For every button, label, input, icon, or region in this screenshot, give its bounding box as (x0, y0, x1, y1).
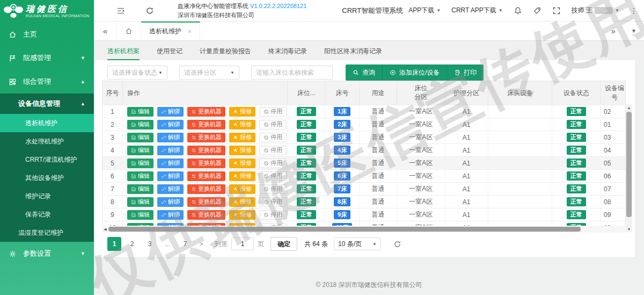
zone-select[interactable]: 请选择分区 ▼ (179, 66, 239, 80)
horizontal-scrollbar[interactable]: ◀ (102, 226, 626, 233)
table-row[interactable]: 8 编辑 解绑 更换机器 报修 停用 正常 8床 普通 一室A区 A1 正常 0… (103, 195, 625, 208)
replace-machine-button[interactable]: 更换机器 (187, 184, 225, 194)
disable-button[interactable]: 停用 (259, 210, 287, 220)
vertical-scrollbar[interactable]: ▲ ▼ (626, 104, 632, 232)
goto-page-input[interactable] (231, 238, 254, 250)
crrt-app-download-menu[interactable]: CRRT APP下载 ▼ (451, 6, 503, 15)
edit-button[interactable]: 编辑 (127, 184, 153, 194)
report-repair-button[interactable]: 报修 (229, 184, 255, 194)
disable-button[interactable]: 停用 (259, 120, 287, 129)
table-row[interactable]: 2 编辑 解绑 更换机器 报修 停用 正常 2床 普通 一室A区 A1 正常 0… (103, 118, 625, 131)
report-repair-button[interactable]: 报修 (229, 159, 255, 168)
unbind-button[interactable]: 解绑 (157, 210, 184, 220)
next-page-button[interactable]: > (196, 240, 207, 248)
replace-machine-button[interactable]: 更换机器 (187, 133, 225, 142)
horizontal-scroll-thumb[interactable] (108, 227, 581, 232)
bell-icon[interactable] (514, 6, 522, 15)
edit-button[interactable]: 编辑 (127, 159, 153, 168)
report-repair-button[interactable]: 报修 (229, 171, 255, 181)
subtab-usage-register[interactable]: 使用登记 (157, 48, 182, 60)
unbind-button[interactable]: 解绑 (157, 171, 184, 181)
close-icon[interactable]: × (188, 28, 192, 35)
replace-machine-button[interactable]: 更换机器 (187, 146, 225, 155)
subtab-terminal-disinfection[interactable]: 终末消毒记录 (268, 48, 307, 60)
replace-machine-button[interactable]: 更换机器 (187, 197, 225, 207)
unbind-button[interactable]: 解绑 (157, 197, 184, 207)
sidebar-item-humidity-register[interactable]: 温湿度登记维护 (0, 224, 94, 242)
subtab-quality-calibration-report[interactable]: 计量质量校验报告 (200, 48, 251, 60)
sidebar-item-upkeep-records[interactable]: 保养记录 (0, 205, 94, 224)
disable-button[interactable]: 停用 (259, 159, 287, 168)
table-row[interactable]: 9 编辑 解绑 更换机器 报修 停用 正常 9床 普通 一室A区 A1 正常 0… (103, 208, 625, 221)
replace-machine-button[interactable]: 更换机器 (187, 107, 225, 117)
unbind-button[interactable]: 解绑 (157, 146, 184, 155)
confirm-button[interactable]: 确定 (270, 237, 297, 251)
scroll-left-arrow[interactable]: ◀ (102, 227, 108, 232)
table-row[interactable]: 4 编辑 解绑 更换机器 报修 停用 正常 4床 普通 一室A区 A1 正常 0… (103, 143, 625, 156)
report-repair-button[interactable]: 报修 (229, 197, 255, 207)
sidebar-item-maintenance-records[interactable]: 维护记录 (0, 187, 94, 205)
unbind-button[interactable]: 解绑 (157, 159, 184, 168)
user-menu[interactable]: 技师 王 ▼ (572, 6, 619, 15)
sidebar-item-crrt-machine[interactable]: CRRT/灌流机维护 (0, 150, 94, 169)
page-button-2[interactable]: 2 (125, 237, 139, 251)
replace-machine-button[interactable]: 更换机器 (187, 210, 225, 220)
edit-button[interactable]: 编辑 (127, 146, 153, 155)
subtab-dialysis-archive[interactable]: 透析机档案 (107, 48, 140, 60)
sidebar-item-general-mgmt[interactable]: 综合管理 ▲ (0, 70, 94, 93)
vertical-scroll-thumb[interactable] (626, 112, 632, 217)
page-button-3[interactable]: 3 (143, 237, 157, 251)
tabs-scroll-left[interactable]: « (94, 21, 116, 40)
report-repair-button[interactable]: 报修 (229, 210, 255, 220)
edit-button[interactable]: 编辑 (127, 120, 153, 129)
replace-machine-button[interactable]: 更换机器 (187, 171, 225, 181)
add-bed-device-button[interactable]: 添加床位/设备 (383, 64, 447, 81)
edit-button[interactable]: 编辑 (127, 197, 153, 207)
unbind-button[interactable]: 解绑 (157, 184, 184, 194)
sidebar-item-infection-mgmt[interactable]: 院感管理 ▼ (0, 46, 94, 70)
table-row[interactable]: 3 编辑 解绑 更换机器 报修 停用 正常 3床 普通 一室A区 A1 正常 0… (103, 131, 625, 143)
table-row[interactable]: 7 编辑 解绑 更换机器 报修 停用 正常 7床 普通 一室A区 A1 正常 0… (103, 182, 625, 195)
sidebar-item-parameter-settings[interactable]: 参数设置 ▼ (0, 242, 94, 265)
disable-button[interactable]: 停用 (259, 171, 287, 181)
table-row[interactable]: 6 编辑 解绑 更换机器 报修 停用 正常 6床 普通 一室A区 A1 正常 0… (103, 169, 625, 182)
menu-fold-icon[interactable] (116, 6, 125, 15)
unbind-button[interactable]: 解绑 (157, 133, 184, 142)
device-status-select[interactable]: 请选择设备状态 ▼ (107, 66, 167, 80)
refresh-icon[interactable] (145, 6, 154, 15)
edit-button[interactable]: 编辑 (127, 133, 153, 142)
disable-button[interactable]: 停用 (259, 133, 287, 142)
sidebar-item-other-devices[interactable]: 其他设备维护 (0, 169, 94, 187)
sidebar-item-water-treatment[interactable]: 水处理机维护 (0, 132, 94, 150)
edit-button[interactable]: 编辑 (127, 171, 153, 181)
report-repair-button[interactable]: 报修 (229, 133, 255, 142)
edit-button[interactable]: 编辑 (127, 210, 153, 220)
tabs-scroll-right[interactable]: » (603, 21, 624, 40)
report-repair-button[interactable]: 报修 (229, 120, 255, 129)
tabs-menu-chevron[interactable]: ▼ (624, 21, 644, 40)
edit-button[interactable]: 编辑 (127, 107, 153, 117)
sidebar-item-device-info-mgmt[interactable]: 设备信息管理 ▲ (0, 93, 94, 114)
fullscreen-icon[interactable] (552, 6, 561, 15)
sidebar-item-home[interactable]: 主页 (0, 23, 94, 46)
disable-button[interactable]: 停用 (259, 184, 287, 194)
more-options-icon[interactable]: ⋮ (630, 6, 638, 15)
scroll-up-arrow[interactable]: ▲ (626, 104, 632, 111)
disable-button[interactable]: 停用 (259, 197, 287, 207)
table-row[interactable]: 5 编辑 解绑 更换机器 报修 停用 正常 5床 普通 一室A区 A1 正常 0… (103, 156, 625, 169)
replace-machine-button[interactable]: 更换机器 (187, 159, 225, 168)
scroll-down-arrow[interactable]: ▼ (626, 226, 632, 232)
bed-search-input[interactable] (251, 66, 333, 80)
sidebar-item-dialysis-machine[interactable]: 透析机维护 (0, 114, 94, 132)
unbind-button[interactable]: 解绑 (157, 107, 184, 117)
page-button-1[interactable]: 1 (107, 237, 121, 251)
report-repair-button[interactable]: 报修 (229, 107, 255, 117)
table-row[interactable]: 1 编辑 解绑 更换机器 报修 停用 正常 1床 普通 一室A区 A1 正常 0… (103, 105, 625, 118)
page-size-select[interactable]: 10 条/页 ▼ (334, 238, 381, 250)
query-button[interactable]: 查询 (346, 64, 383, 81)
tab-home[interactable] (116, 21, 141, 40)
tab-dialysis-maintenance[interactable]: 透析机维护 × (141, 21, 200, 40)
subtab-positive-zone-disinfection[interactable]: 阳性区终末消毒记录 (324, 48, 382, 60)
report-repair-button[interactable]: 报修 (229, 146, 255, 155)
tag-icon[interactable] (533, 6, 541, 15)
